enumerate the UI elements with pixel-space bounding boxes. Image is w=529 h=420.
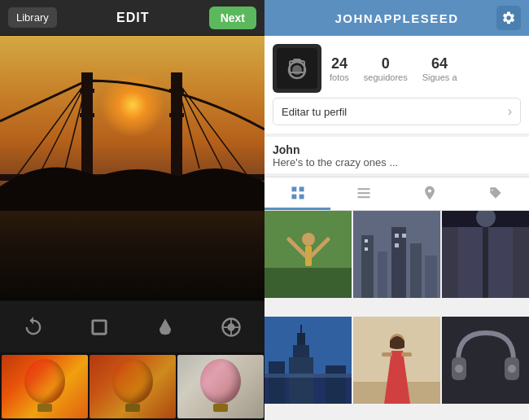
svg-rect-40	[365, 239, 368, 243]
svg-rect-21	[291, 186, 296, 191]
profile-name: John	[273, 143, 521, 156]
filmstrip-thumb-2[interactable]	[90, 355, 176, 418]
svg-rect-44	[395, 243, 399, 247]
svg-rect-35	[361, 235, 374, 298]
profile-info-section: 24 fotos 0 seguidores 64 Sigues a Editar…	[264, 36, 529, 133]
grid-photo-6[interactable]	[442, 317, 529, 404]
svg-rect-37	[391, 227, 406, 298]
profile-top-row: 24 fotos 0 seguidores 64 Sigues a	[273, 44, 521, 93]
grid-photo-1[interactable]	[264, 211, 352, 298]
svg-rect-52	[289, 357, 313, 404]
stat-fotos: 24 fotos	[330, 55, 349, 82]
svg-line-10	[177, 81, 224, 172]
edit-title: EDIT	[116, 11, 149, 25]
left-header: Library EDIT Next	[0, 0, 264, 36]
balloon-3	[200, 359, 241, 412]
filmstrip-thumb-1[interactable]	[2, 355, 88, 418]
tint-tool[interactable]	[151, 313, 180, 342]
seguidores-label: seguidores	[364, 72, 408, 82]
svg-rect-13	[93, 320, 106, 333]
profile-bio: Here's to the crazy ones ...	[273, 156, 521, 168]
main-photo-canvas	[0, 36, 264, 300]
svg-rect-22	[299, 186, 304, 191]
svg-point-15	[228, 323, 235, 330]
tab-map[interactable]	[397, 177, 463, 210]
bridge-silhouette	[0, 56, 264, 235]
grid-photo-5[interactable]	[353, 317, 440, 404]
balloon-2	[112, 359, 153, 412]
chevron-right-icon: ›	[508, 104, 512, 119]
tools-bar	[0, 300, 264, 353]
svg-rect-55	[326, 365, 346, 404]
left-panel: Library EDIT Next	[0, 0, 264, 420]
tab-tag[interactable]	[463, 177, 529, 210]
fotos-count: 24	[331, 55, 348, 72]
svg-rect-24	[299, 194, 304, 199]
svg-line-7	[41, 81, 87, 172]
grid-photo-2[interactable]	[353, 211, 440, 298]
svg-rect-43	[402, 234, 406, 238]
grid-photo-3[interactable]	[442, 211, 529, 298]
tab-list[interactable]	[330, 177, 396, 210]
stats-row: 24 fotos 0 seguidores 64 Sigues a	[330, 55, 521, 82]
profile-header: JOHNAPPLESEED	[264, 0, 529, 36]
avatar	[273, 44, 321, 93]
balloon-1	[24, 359, 65, 412]
svg-rect-56	[264, 374, 352, 378]
svg-rect-42	[395, 234, 399, 238]
photo-grid	[264, 211, 529, 420]
edit-profile-button[interactable]: Editar tu perfil ›	[273, 98, 521, 125]
svg-rect-26	[357, 192, 369, 194]
sigues-label: Sigues a	[422, 72, 457, 82]
settings-button[interactable]	[496, 6, 521, 30]
sigues-count: 64	[431, 55, 448, 72]
svg-point-30	[302, 233, 315, 246]
svg-rect-23	[291, 194, 296, 199]
svg-rect-36	[378, 252, 387, 298]
svg-rect-41	[365, 247, 368, 251]
svg-rect-53	[300, 325, 302, 337]
rotate-tool[interactable]	[19, 313, 48, 342]
fotos-label: fotos	[330, 72, 349, 82]
svg-rect-20	[293, 59, 301, 63]
svg-point-18	[292, 65, 302, 75]
svg-point-66	[508, 365, 516, 373]
edit-profile-label: Editar tu perfil	[282, 106, 347, 118]
stat-seguidores: 0 seguidores	[364, 55, 408, 82]
adjust-tool[interactable]	[216, 313, 246, 342]
svg-rect-61	[401, 352, 412, 357]
svg-rect-54	[269, 361, 285, 404]
svg-rect-39	[425, 256, 437, 298]
crop-tool[interactable]	[85, 313, 114, 342]
svg-rect-5	[169, 113, 184, 117]
svg-rect-25	[357, 188, 369, 190]
seguidores-count: 0	[382, 55, 390, 72]
right-panel: JOHNAPPLESEED	[264, 0, 529, 420]
tab-grid[interactable]	[264, 177, 330, 210]
svg-rect-60	[382, 352, 392, 357]
water-area	[0, 211, 264, 300]
svg-rect-27	[357, 196, 369, 198]
stat-sigues: 64 Sigues a	[422, 55, 457, 82]
filmstrip	[0, 353, 264, 420]
next-button[interactable]: Next	[209, 7, 256, 29]
svg-line-6	[16, 81, 87, 177]
svg-rect-3	[80, 113, 94, 117]
profile-name-section: John Here's to the crazy ones ...	[264, 137, 529, 173]
filmstrip-thumb-3[interactable]	[177, 355, 264, 418]
library-button[interactable]: Library	[8, 7, 57, 28]
svg-rect-38	[410, 243, 422, 298]
svg-line-11	[177, 81, 248, 177]
svg-rect-29	[264, 268, 352, 298]
grid-photo-4[interactable]	[264, 317, 352, 404]
profile-username: JOHNAPPLESEED	[334, 11, 458, 25]
tab-bar	[264, 177, 529, 211]
svg-point-65	[455, 365, 463, 373]
